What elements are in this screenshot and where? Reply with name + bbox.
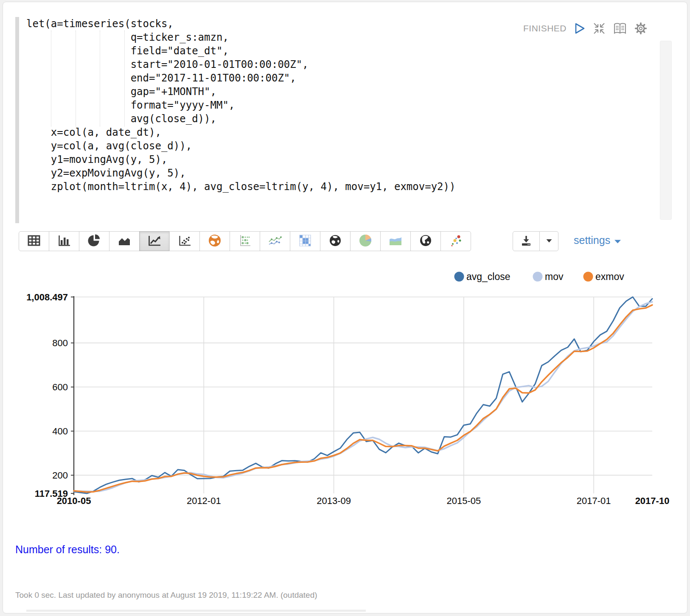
area-pastel-icon (389, 235, 402, 247)
chart-type-bar-chart-button[interactable] (49, 231, 79, 251)
chart-type-area-pastel-button[interactable] (380, 231, 411, 251)
series-line-mov (74, 302, 652, 492)
editor-scrollbar[interactable] (660, 41, 672, 220)
y-tick-label: 200 (52, 470, 68, 481)
y-tick-label: 400 (52, 426, 68, 437)
download-options-button[interactable] (540, 231, 558, 251)
chart-type-multi-line-button[interactable] (260, 231, 290, 251)
table-icon (27, 235, 41, 248)
globe-dark-2-icon (419, 234, 432, 248)
chart-type-heatmap-button[interactable] (290, 231, 320, 251)
indent-guide (124, 31, 125, 126)
chart-type-scatter-color-button[interactable] (440, 231, 471, 251)
code-line: let(a=timeseries(stocks, (26, 17, 455, 31)
globe-dark-icon (329, 234, 342, 248)
chart-type-scatter-chart-button[interactable] (169, 231, 200, 251)
code-line: x=col(a, date_dt), (26, 126, 455, 139)
chart-type-globe-orange-button[interactable] (199, 231, 230, 251)
x-tick-label: 2013-09 (317, 496, 351, 506)
dot-matrix-icon (238, 234, 251, 248)
chart-type-line-chart-button[interactable] (139, 231, 170, 251)
legend-label: mov (545, 271, 564, 282)
editor-gutter (15, 17, 19, 223)
scatter-chart-icon (178, 235, 191, 248)
chart-type-toolbar (19, 231, 471, 251)
legend-label: exmov (595, 271, 624, 282)
code-line: gap="+1MONTH", (26, 85, 455, 98)
series-line-exmov (74, 305, 652, 492)
bar-chart-icon (57, 235, 71, 248)
settings-dropdown[interactable]: settings (574, 234, 621, 246)
code-line: format="yyyy-MM", (26, 98, 455, 112)
code-line: y2=expMovingAvg(y, 5), (26, 166, 455, 180)
globe-orange-icon (208, 234, 222, 249)
code-line: end="2017-11-01T00:00:00Z", (26, 71, 455, 85)
settings-label: settings (574, 234, 610, 246)
code-line: field="date_dt", (26, 44, 455, 58)
chart-type-dot-matrix-button[interactable] (230, 231, 260, 251)
legend-marker (454, 272, 464, 282)
caret-down-icon (614, 234, 621, 246)
x-tick-label: 2017-10 (635, 496, 670, 506)
timeseries-chart: 1,008.497800600400200117.5192010-052012-… (8, 259, 682, 539)
code-line: avg(close_d)), (26, 112, 455, 126)
y-tick-label: 1,008.497 (26, 292, 68, 302)
code-editor[interactable]: let(a=timeseries(stocks, q=ticker_s:amzn… (26, 17, 455, 193)
code-line: y=col(a, avg(close_d)), (26, 139, 455, 153)
chart-type-pie-chart-button[interactable] (79, 231, 109, 251)
caret-down-icon (546, 238, 553, 244)
x-tick-label: 2017-01 (577, 496, 611, 506)
code-line: zplot(month=ltrim(x, 4), avg_close=ltrim… (26, 180, 455, 193)
legend-label: avg_close (466, 271, 510, 282)
paragraph-divider (26, 610, 366, 612)
line-chart-icon (147, 234, 162, 248)
gear-icon[interactable] (634, 22, 647, 35)
book-icon[interactable] (613, 22, 627, 35)
series-line-avg_close (74, 297, 652, 493)
legend-item-mov[interactable]: mov (533, 271, 564, 282)
area-chart-icon (118, 235, 131, 248)
chart-type-globe-dark-2-button[interactable] (410, 231, 441, 251)
code-line: start="2010-01-01T00:00:00Z", (26, 58, 455, 71)
code-line: q=ticker_s:amzn, (26, 31, 455, 44)
paragraph-status-line: Took 0 sec. Last updated by anonymous at… (15, 591, 317, 600)
chart-type-area-chart-button[interactable] (109, 231, 140, 251)
legend-marker (533, 272, 543, 282)
chart-type-pie-pastel-button[interactable] (350, 231, 381, 251)
download-button[interactable] (513, 231, 540, 251)
x-tick-label: 2012-01 (187, 496, 221, 506)
heatmap-icon (299, 234, 311, 248)
chart-type-table-button[interactable] (19, 231, 49, 251)
status-badge: FINISHED (523, 23, 567, 34)
pie-pastel-icon (359, 234, 372, 249)
x-tick-label: 2010-05 (57, 496, 91, 506)
scatter-color-icon (449, 234, 462, 248)
multi-line-icon (268, 235, 282, 247)
y-tick-label: 800 (52, 338, 68, 348)
run-icon[interactable] (574, 22, 585, 34)
results-count: Number of results: 90. (15, 543, 120, 556)
legend-marker (583, 272, 593, 282)
pie-chart-icon (88, 234, 101, 248)
indent-guide (76, 31, 76, 126)
legend-item-avg_close[interactable]: avg_close (454, 271, 510, 282)
download-icon (521, 235, 532, 247)
legend-item-exmov[interactable]: exmov (583, 271, 625, 282)
indent-guide (100, 31, 100, 126)
indent-guide (51, 31, 51, 126)
collapse-icon[interactable] (593, 22, 606, 35)
code-line: y1=movingAvg(y, 5), (26, 153, 455, 166)
y-tick-label: 600 (52, 382, 68, 392)
chart-type-globe-dark-button[interactable] (320, 231, 351, 251)
x-tick-label: 2015-05 (447, 496, 481, 506)
